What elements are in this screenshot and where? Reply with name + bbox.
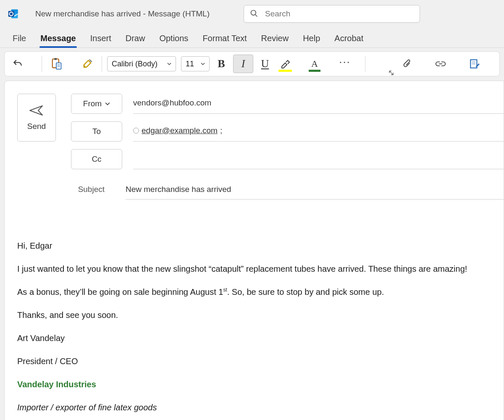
to-button[interactable]: To <box>71 121 122 142</box>
body-text: As a bonus, they’ll be going on sale beg… <box>17 287 223 297</box>
italic-button[interactable]: I <box>233 55 253 73</box>
tab-options[interactable]: Options <box>158 30 189 47</box>
search-box[interactable] <box>244 5 420 23</box>
subject-field[interactable]: New merchandise has arrived <box>126 179 504 200</box>
from-label: From <box>83 99 102 108</box>
tab-draw[interactable]: Draw <box>125 30 146 47</box>
signature-tagline: Importer / exporter of fine latex goods <box>17 402 487 414</box>
from-button[interactable]: From <box>71 94 122 114</box>
search-icon <box>250 9 264 19</box>
send-button[interactable]: Send <box>17 94 56 142</box>
insert-link-button[interactable] <box>431 55 450 73</box>
font-size-value: 11 <box>186 60 194 68</box>
tab-insert[interactable]: Insert <box>89 30 112 47</box>
signature-icon <box>469 58 480 69</box>
outlook-icon <box>8 8 19 20</box>
undo-dropdown[interactable] <box>30 55 37 73</box>
insert-link-dropdown[interactable] <box>455 55 462 73</box>
dialog-launcher-button[interactable] <box>388 70 394 76</box>
bold-label: B <box>218 58 225 69</box>
svg-rect-7 <box>54 58 57 60</box>
title-bar: New merchandise has arrived - Message (H… <box>0 0 504 28</box>
font-size-select[interactable]: 11 <box>181 56 210 71</box>
signature-company: Vandelay Industries <box>17 378 487 391</box>
tab-format-text[interactable]: Format Text <box>202 30 247 47</box>
body-paragraph: As a bonus, they’ll be going on sale beg… <box>17 286 487 298</box>
ribbon-toolbar: Calibri (Body) 11 B I U <box>4 51 500 76</box>
paste-dropdown[interactable] <box>69 55 76 73</box>
paste-button[interactable] <box>47 55 66 73</box>
signature-title: President / CEO <box>17 355 487 368</box>
signature-button[interactable] <box>466 55 483 73</box>
subject-label: Subject <box>17 185 126 194</box>
tab-message[interactable]: Message <box>39 30 77 47</box>
send-label: Send <box>27 122 46 131</box>
font-color-dropdown[interactable] <box>326 55 333 73</box>
highlight-dropdown[interactable] <box>297 55 304 73</box>
from-field[interactable]: vendors@hubfoo.com <box>133 94 504 114</box>
svg-point-4 <box>251 10 256 15</box>
compose-pane: Send From vendors@hubfoo.com To edgar@ex… <box>4 81 504 420</box>
separator <box>102 56 102 72</box>
cc-button[interactable]: Cc <box>71 149 122 169</box>
body-text: . So, be sure to stop by and pick some u… <box>227 287 384 297</box>
recipient-chip[interactable]: edgar@example.com; <box>133 126 222 135</box>
link-icon <box>435 60 446 68</box>
window-title: New merchandise has arrived - Message (H… <box>35 9 210 18</box>
highlighter-icon <box>280 58 290 69</box>
more-commands-button[interactable]: ··· <box>336 55 354 73</box>
body-paragraph: Thanks, and see you soon. <box>17 309 487 321</box>
ellipsis-icon: ··· <box>339 55 351 68</box>
send-icon <box>29 104 44 117</box>
bold-button[interactable]: B <box>212 55 231 73</box>
svg-rect-12 <box>470 60 477 68</box>
format-painter-button[interactable] <box>78 55 97 73</box>
to-label: To <box>92 127 101 136</box>
search-input[interactable] <box>264 9 414 19</box>
underline-label: U <box>261 58 269 69</box>
recipient-address: edgar@example.com <box>142 126 218 135</box>
svg-rect-6 <box>52 59 59 68</box>
to-field[interactable]: edgar@example.com; <box>133 121 504 142</box>
font-color-button[interactable]: A <box>306 55 323 73</box>
message-body[interactable]: Hi, Edgar I just wanted to let you know … <box>17 240 504 414</box>
svg-line-5 <box>255 14 257 16</box>
cc-label: Cc <box>92 155 101 164</box>
undo-button[interactable] <box>9 55 26 73</box>
attach-file-dropdown[interactable] <box>420 55 427 73</box>
body-paragraph: I just wanted to let you know that the n… <box>17 263 487 275</box>
paperclip-icon <box>403 58 412 69</box>
font-color-label: A <box>311 59 318 68</box>
highlight-color-swatch <box>278 70 292 72</box>
underline-button[interactable]: U <box>256 55 274 73</box>
signature-name: Art Vandelay <box>17 332 487 344</box>
italic-label: I <box>242 58 245 69</box>
font-color-swatch <box>309 70 320 72</box>
recipient-suffix: ; <box>220 126 222 135</box>
separator <box>365 56 365 72</box>
separator <box>42 56 42 72</box>
signature-dropdown[interactable] <box>488 55 495 73</box>
text-highlight-button[interactable] <box>277 55 294 73</box>
subject-value: New merchandise has arrived <box>126 185 231 194</box>
tab-review[interactable]: Review <box>260 30 290 47</box>
ribbon-tabs: File Message Insert Draw Options Format … <box>0 28 504 48</box>
tab-file[interactable]: File <box>12 30 27 47</box>
tab-acrobat[interactable]: Acrobat <box>333 30 364 47</box>
svg-rect-8 <box>56 63 61 69</box>
from-value: vendors@hubfoo.com <box>133 98 211 108</box>
body-superscript: st <box>223 287 227 293</box>
font-name-select[interactable]: Calibri (Body) <box>107 56 176 71</box>
body-greeting: Hi, Edgar <box>17 240 487 252</box>
chevron-down-icon <box>105 101 110 106</box>
cc-field[interactable] <box>133 149 504 169</box>
tab-help[interactable]: Help <box>302 30 321 47</box>
font-name-value: Calibri (Body) <box>112 60 158 68</box>
attach-file-button[interactable] <box>399 55 415 73</box>
svg-line-11 <box>89 60 92 62</box>
presence-icon <box>133 128 139 134</box>
